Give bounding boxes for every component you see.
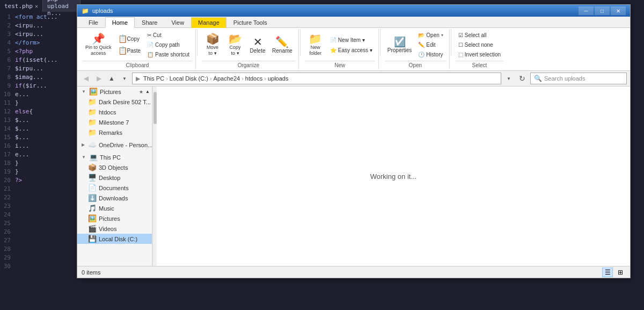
cut-button[interactable]: ✂ Cut <box>144 31 192 40</box>
copy-icon: 📋 <box>118 35 127 42</box>
tab-share[interactable]: Share <box>135 17 164 28</box>
tab-label: test.php <box>4 3 33 10</box>
breadcrumb-arrow: ▶ <box>136 75 140 82</box>
new-folder-button[interactable]: 📁 Newfolder <box>305 32 326 58</box>
paste-icon: 📋 <box>118 47 127 54</box>
path-segment-uploads[interactable]: uploads <box>267 75 290 82</box>
history-icon: 🕐 <box>418 52 425 57</box>
recent-button[interactable]: ▼ <box>119 73 130 84</box>
path-segment-localdisk[interactable]: Local Disk (C:) <box>169 75 209 82</box>
nav-item-localdisk[interactable]: 💾 Local Disk (C:) <box>77 234 152 244</box>
move-icon: 📦 <box>206 33 219 44</box>
search-box[interactable]: 🔍 Search uploads <box>530 73 627 84</box>
address-path[interactable]: ▶ This PC › Local Disk (C:) › Apache24 ›… <box>132 73 501 84</box>
tab-picture-tools[interactable]: Picture Tools <box>226 17 274 28</box>
nav-label-pictures2: Pictures <box>99 215 120 222</box>
copy-to-button[interactable]: 📂 Copyto ▾ <box>224 32 246 58</box>
tab-home[interactable]: Home <box>105 17 135 28</box>
paste-label: Paste <box>127 48 141 54</box>
easy-access-icon: ⭐ <box>330 47 336 53</box>
refresh-button[interactable]: ↻ <box>516 73 528 84</box>
nav-item-remarks[interactable]: 📁 Remarks <box>77 127 152 138</box>
pictures-icon: 🖼️ <box>89 88 98 96</box>
select-group-title: Select <box>456 61 503 68</box>
desktop-icon: 🖥️ <box>88 174 97 182</box>
rename-button[interactable]: ✏️ Rename <box>269 35 295 55</box>
nav-item-pictures2[interactable]: 🖼️ Pictures <box>77 213 152 224</box>
nav-item-desktop[interactable]: 🖥️ Desktop <box>77 172 152 183</box>
history-button[interactable]: 🕐 History <box>415 50 445 59</box>
copy-path-icon: 📄 <box>147 42 153 48</box>
folder-icon-milestone: 📁 <box>88 118 97 126</box>
tab-php-upload[interactable]: php upload n... <box>43 0 80 12</box>
address-bar: ◀ ▶ ▲ ▼ ▶ This PC › Local Disk (C:) › Ap… <box>77 71 630 86</box>
maximize-button[interactable]: □ <box>595 6 610 15</box>
onedrive-icon: ☁️ <box>88 141 97 149</box>
quick-access-star: ★ <box>139 89 143 95</box>
nav-item-onedrive[interactable]: ▶ ☁️ OneDrive - Person... <box>77 140 152 150</box>
nav-item-downloads[interactable]: ⬇️ Downloads <box>77 193 152 203</box>
up-button[interactable]: ▲ <box>106 73 117 84</box>
copy-path-button[interactable]: 📄 Copy path <box>144 40 192 49</box>
back-button[interactable]: ◀ <box>80 73 91 84</box>
nav-item-documents[interactable]: 📄 Documents <box>77 183 152 193</box>
tab-manage[interactable]: Manage <box>191 17 226 28</box>
nav-scrollbar[interactable] <box>152 86 157 266</box>
tab-close[interactable]: ✕ <box>35 3 38 9</box>
nav-label-desktop: Desktop <box>99 175 120 181</box>
nav-item-pictures[interactable]: ▼ 🖼️ Pictures ★ ▲ <box>77 86 152 97</box>
new-buttons: 📁 Newfolder 📄 New Item ▾ ⭐ Easy access ▾ <box>305 30 375 60</box>
move-to-button[interactable]: 📦 Moveto ▾ <box>202 32 223 58</box>
path-segment-apache24[interactable]: Apache24 <box>213 75 241 82</box>
details-view-button[interactable]: ☰ <box>602 268 613 277</box>
rename-label: Rename <box>272 48 292 54</box>
nav-label-videos: Videos <box>99 226 116 232</box>
close-button[interactable]: ✕ <box>611 6 626 15</box>
select-none-button[interactable]: ☐ Select none <box>456 40 503 49</box>
tiles-view-button[interactable]: ⊞ <box>615 268 626 277</box>
open-icon: 📂 <box>418 32 425 38</box>
new-item-button[interactable]: 📄 New Item ▾ <box>327 35 375 45</box>
minimize-button[interactable]: ─ <box>579 6 594 15</box>
nav-item-music[interactable]: 🎵 Music <box>77 203 152 213</box>
nav-pane: ▼ 🖼️ Pictures ★ ▲ 📁 Dark Desire 502 T...… <box>77 86 152 266</box>
nav-item-videos[interactable]: 🎬 Videos <box>77 224 152 234</box>
tab-test-php[interactable]: test.php ✕ <box>0 0 43 12</box>
tab-view[interactable]: View <box>164 17 191 28</box>
paste-button[interactable]: 📋 Paste <box>115 45 144 56</box>
tab-file[interactable]: File <box>82 17 105 28</box>
new-folder-icon: 📁 <box>309 33 322 44</box>
paste-shortcut-label: Paste shortcut <box>155 52 189 57</box>
nav-item-milestone[interactable]: 📁 Milestone 7 <box>77 117 152 127</box>
path-segment-thispc[interactable]: This PC <box>142 75 165 82</box>
copy-button[interactable]: 📋 Copy <box>115 33 144 45</box>
edit-button[interactable]: ✏️ Edit <box>415 40 445 49</box>
expand-icon: ▼ <box>82 89 86 94</box>
organize-buttons: 📦 Moveto ▾ 📂 Copyto ▾ ✕ Delete ✏️ Rename <box>202 30 295 60</box>
path-segment-htdocs[interactable]: htdocs <box>244 75 264 82</box>
nav-label-downloads: Downloads <box>99 195 128 201</box>
scrollbar-thumb[interactable] <box>153 92 157 124</box>
item-count: 0 items <box>82 269 100 276</box>
delete-button[interactable]: ✕ Delete <box>247 35 268 55</box>
forward-button[interactable]: ▶ <box>93 73 104 84</box>
easy-access-button[interactable]: ⭐ Easy access ▾ <box>327 46 375 55</box>
tab-share-label: Share <box>142 19 157 26</box>
scissors-icon: ✂ <box>147 32 151 38</box>
open-buttons: ☑️ Properties 📂 Open ▾ ✏️ Edit 🕐 <box>385 30 446 60</box>
nav-item-htdocs[interactable]: 📁 htdocs <box>77 107 152 117</box>
address-dropdown-button[interactable]: ▼ <box>503 73 514 84</box>
new-item-label: New Item ▾ <box>338 37 365 43</box>
nav-item-3dobjects[interactable]: 📦 3D Objects <box>77 162 152 172</box>
invert-selection-button[interactable]: ⬚ Invert selection <box>456 50 503 59</box>
select-all-button[interactable]: ☑ Select all <box>456 31 503 40</box>
pin-to-quick-access-button[interactable]: 📌 Pin to Quickaccess <box>83 32 114 58</box>
nav-item-thispc[interactable]: ▼ 💻 This PC <box>77 152 152 162</box>
nav-item-dark-desire[interactable]: 📁 Dark Desire 502 T... <box>77 97 152 107</box>
paste-shortcut-button[interactable]: 📋 Paste shortcut <box>144 50 192 59</box>
title-bar-controls: ─ □ ✕ <box>579 6 626 15</box>
properties-button[interactable]: ☑️ Properties <box>385 35 415 55</box>
open-button[interactable]: 📂 Open ▾ <box>415 31 445 40</box>
copy-path-label: Copy path <box>155 42 180 48</box>
nav-label-3dobjects: 3D Objects <box>99 164 128 171</box>
